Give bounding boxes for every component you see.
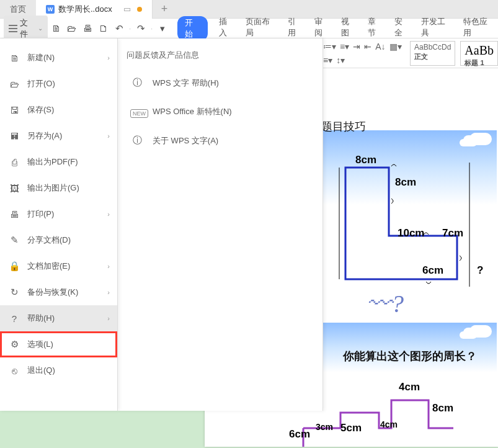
open-folder-icon[interactable]: 🗁 bbox=[64, 23, 79, 34]
menu-save-as[interactable]: 🖬 另存为(A) › bbox=[0, 123, 117, 149]
folder-open-icon: 🗁 bbox=[9, 79, 20, 89]
tab-devtools[interactable]: 开发工具 bbox=[421, 16, 452, 41]
menu-options[interactable]: ⚙ 选项(L) bbox=[0, 331, 117, 357]
sort-icon[interactable]: A↓ bbox=[375, 42, 385, 52]
menu-encrypt[interactable]: 🔒 文档加密(E) › bbox=[0, 253, 117, 279]
cloud-icon bbox=[469, 133, 492, 145]
preview-icon[interactable]: 🗋 bbox=[96, 23, 110, 34]
lock-icon: 🔒 bbox=[9, 261, 20, 272]
help-wps-news[interactable]: NEW WPS Office 新特性(N) bbox=[127, 97, 314, 126]
print-icon[interactable]: 🖶 bbox=[80, 23, 94, 34]
line-space-icon[interactable]: ↕▾ bbox=[336, 55, 345, 65]
style-preview: AaBbCcDd bbox=[414, 43, 451, 52]
figure-2: 你能算出这个图形的周长？ 4cm 8cm 3cm 5cm 4cm 6cm bbox=[323, 323, 497, 447]
help-circle-icon: ⓘ bbox=[130, 77, 144, 89]
fig1-label-8cm-top: 8cm bbox=[355, 154, 376, 166]
word-doc-icon: W bbox=[46, 5, 55, 14]
help-wps-news-label: WPS Office 新特性(N) bbox=[153, 106, 232, 117]
menu-open-label: 打开(O) bbox=[27, 78, 55, 89]
menu-exit-label: 退出(Q) bbox=[27, 365, 55, 376]
tab-view[interactable]: 视图 bbox=[341, 16, 357, 41]
chevron-right-icon: › bbox=[107, 210, 110, 218]
fig2-5cm: 5cm bbox=[340, 422, 362, 434]
bullets-icon[interactable]: ≔▾ bbox=[323, 42, 336, 52]
menu-open[interactable]: 🗁 打开(O) bbox=[0, 71, 117, 97]
menu-options-label: 选项(L) bbox=[27, 339, 53, 350]
step-shape bbox=[297, 391, 496, 447]
tab-security[interactable]: 安全 bbox=[394, 16, 410, 41]
dropdown-icon[interactable]: ▾ bbox=[155, 23, 169, 34]
fig1-label-6cm: 6cm bbox=[422, 264, 443, 277]
menu-export-pdf[interactable]: ⎙ 输出为PDF(F) bbox=[0, 149, 117, 175]
cloud-icon bbox=[469, 325, 492, 338]
menu-encrypt-label: 文档加密(E) bbox=[27, 261, 70, 272]
menu-help-label: 帮助(H) bbox=[27, 313, 55, 324]
unsaved-dot-icon bbox=[137, 7, 142, 12]
tab-reference[interactable]: 引用 bbox=[288, 16, 303, 41]
paragraph-icons: ≔▾ ≡▾ ⇥ ⇤ A↓ ▦▾ ≡▾ ↕▾ bbox=[323, 42, 405, 65]
tab-document[interactable]: W 数学周长..docx ▭ bbox=[36, 0, 153, 19]
new-file-icon: 🗎 bbox=[9, 53, 20, 63]
separator: · bbox=[128, 24, 133, 33]
tab-review[interactable]: 审阅 bbox=[314, 16, 330, 41]
info-icon: ⓘ bbox=[130, 135, 144, 146]
menu-help[interactable]: ? 帮助(H) › bbox=[0, 305, 117, 331]
help-wps-text[interactable]: ⓘ WPS 文字 帮助(H) bbox=[127, 68, 314, 97]
fig2-4cm-top: 4cm bbox=[399, 381, 420, 393]
new-badge-icon: NEW bbox=[130, 107, 144, 117]
fig2-8cm: 8cm bbox=[432, 402, 453, 414]
align-icon[interactable]: ≡▾ bbox=[323, 55, 332, 65]
border-icon[interactable]: ▦▾ bbox=[389, 42, 402, 52]
indent-right-icon[interactable]: ⇤ bbox=[364, 42, 371, 52]
tab-page-layout[interactable]: 页面布局 bbox=[246, 16, 277, 41]
numbering-icon[interactable]: ≡▾ bbox=[340, 42, 349, 52]
menu-new[interactable]: 🗎 新建(N) › bbox=[0, 45, 117, 71]
file-button[interactable]: 文件 ⌄ bbox=[4, 16, 48, 42]
menu-new-label: 新建(N) bbox=[27, 52, 55, 63]
fig1-label-8cm-right: 8cm bbox=[395, 176, 416, 189]
gear-icon: ⚙ bbox=[9, 339, 20, 350]
separator: · bbox=[149, 24, 154, 33]
new-doc-icon[interactable]: 🗎 bbox=[49, 23, 63, 34]
menu-backup[interactable]: ↻ 备份与恢复(K) › bbox=[0, 279, 117, 305]
chevron-right-icon: › bbox=[107, 289, 110, 296]
doc-heading-partial: 题目技巧 bbox=[321, 119, 366, 134]
menu-save-label: 保存(S) bbox=[27, 104, 54, 115]
fig1-label-10cm: 10cm bbox=[398, 227, 424, 240]
help-about-label: 关于 WPS 文字(A) bbox=[153, 135, 218, 146]
menu-share-label: 分享文档(D) bbox=[27, 235, 71, 246]
style-label: 标题 1 bbox=[465, 59, 484, 67]
menu-export-image[interactable]: 🖼 输出为图片(G) bbox=[0, 175, 117, 201]
menu-print-label: 打印(P) bbox=[27, 208, 54, 220]
hamburger-icon bbox=[9, 25, 17, 32]
undo-icon[interactable]: ↶ bbox=[112, 23, 126, 34]
tab-insert[interactable]: 插入 bbox=[219, 16, 234, 41]
indent-left-icon[interactable]: ⇥ bbox=[353, 42, 360, 52]
tab-menu-icon[interactable]: ▭ bbox=[123, 0, 131, 19]
fig2-3cm: 3cm bbox=[316, 422, 333, 432]
menu-exit[interactable]: ⎋ 退出(Q) bbox=[0, 357, 117, 383]
new-tab-button[interactable]: + bbox=[153, 2, 177, 16]
chevron-right-icon: › bbox=[107, 262, 110, 270]
tab-chapter[interactable]: 章节 bbox=[368, 16, 383, 41]
menu-save-as-label: 另存为(A) bbox=[27, 130, 62, 141]
print-icon: 🖶 bbox=[9, 209, 20, 220]
menu-export-pdf-label: 输出为PDF(F) bbox=[27, 156, 78, 168]
menu-backup-label: 备份与恢复(K) bbox=[27, 287, 78, 298]
tab-special[interactable]: 特色应用 bbox=[463, 16, 494, 41]
menu-share[interactable]: ✎ 分享文档(D) bbox=[0, 227, 117, 253]
style-heading1[interactable]: AaBb 标题 1 bbox=[460, 41, 498, 66]
menu-save[interactable]: 🖫 保存(S) bbox=[0, 97, 117, 123]
chevron-right-icon: › bbox=[107, 54, 110, 61]
tab-actions: ▭ bbox=[123, 0, 142, 19]
tab-start[interactable]: 开始 bbox=[177, 16, 208, 41]
help-about[interactable]: ⓘ 关于 WPS 文字(A) bbox=[127, 126, 314, 155]
help-panel: 问题反馈及产品信息 ⓘ WPS 文字 帮助(H) NEW WPS Office … bbox=[118, 38, 323, 411]
fig1-label-qmark: ? bbox=[477, 264, 483, 277]
chevron-down-icon: ⌄ bbox=[38, 25, 43, 32]
chevron-right-icon: › bbox=[107, 132, 110, 140]
exit-icon: ⎋ bbox=[9, 365, 20, 376]
redo-icon[interactable]: ↷ bbox=[133, 23, 148, 34]
style-normal[interactable]: AaBbCcDd 正文 bbox=[410, 41, 455, 66]
menu-print[interactable]: 🖶 打印(P) › bbox=[0, 201, 117, 227]
